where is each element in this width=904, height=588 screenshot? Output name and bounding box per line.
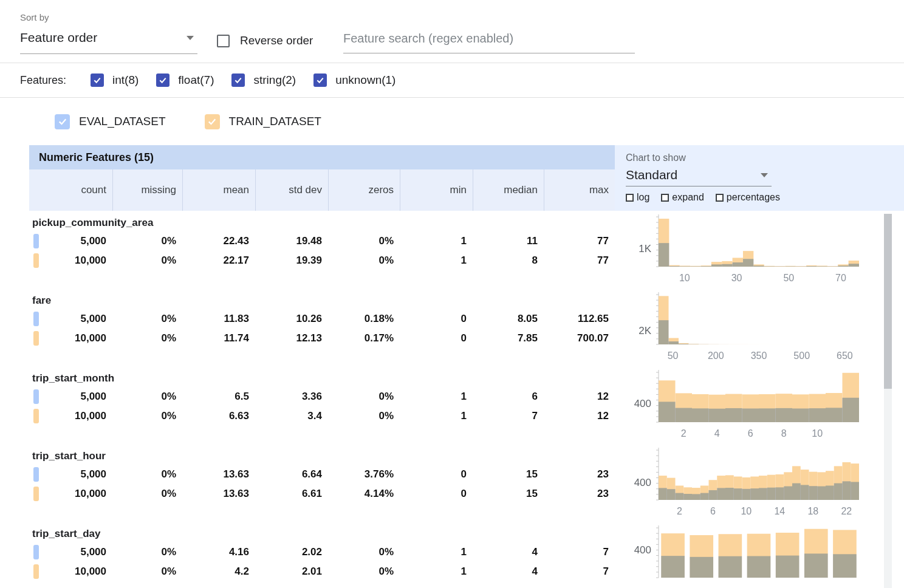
stat-value: 15 <box>473 488 544 500</box>
feature-histogram: 2K50200350500650 <box>620 290 882 361</box>
toolbar: Sort by Feature order Reverse order <box>0 0 904 63</box>
train-stat-row: 10,0000%13.636.614.14%01523 <box>29 484 615 504</box>
checkbox-checked-icon[interactable] <box>205 114 220 129</box>
checkbox-checked-icon[interactable] <box>156 74 170 87</box>
eval-stat-row: 5,0000%4.162.020%147 <box>29 542 615 562</box>
stat-value: 6.63 <box>182 410 255 422</box>
col-header-min: min <box>400 169 473 211</box>
scrollbar-thumb[interactable] <box>884 214 892 389</box>
stat-value: 0% <box>112 410 182 422</box>
feature-stats: pickup_community_area 5,0000%22.4319.480… <box>29 211 615 289</box>
stat-value: 10,000 <box>29 566 112 578</box>
stat-value: 10,000 <box>29 410 112 422</box>
stat-value: 700.07 <box>544 332 615 344</box>
stats-header: Numeric Features (15) count missing mean… <box>29 145 615 211</box>
stat-value: 7 <box>473 410 544 422</box>
stat-value: 0% <box>112 255 182 267</box>
column-headers: count missing mean std dev zeros min med… <box>29 169 615 211</box>
svg-text:2K: 2K <box>639 325 651 337</box>
feature-row: trip_start_hour 5,0000%13.636.643.76%015… <box>29 444 904 522</box>
feature-row: fare 5,0000%11.8310.260.18%08.05112.65 1… <box>29 289 904 366</box>
svg-text:400: 400 <box>634 398 651 409</box>
stat-value: 12 <box>544 410 615 422</box>
checkbox-unchecked-icon[interactable] <box>626 194 634 202</box>
chart-panel-header: Chart to show Standard log expand percen… <box>615 145 904 211</box>
stat-value: 11.83 <box>182 313 255 325</box>
sort-order-select[interactable]: Feature order <box>20 28 197 54</box>
feature-stats: trip_start_day 5,0000%4.162.020%147 10,0… <box>29 522 615 588</box>
chart-type-select[interactable]: Standard <box>626 163 772 186</box>
stat-value: 12.13 <box>255 332 328 344</box>
stat-value: 4 <box>473 566 544 578</box>
stat-value: 0.17% <box>328 332 400 344</box>
stat-value: 0% <box>112 468 182 480</box>
sort-order-value: Feature order <box>20 30 97 45</box>
chart-options: log expand percentages <box>626 192 904 203</box>
stat-value: 4.16 <box>182 546 255 558</box>
stat-value: 1 <box>400 546 473 558</box>
features-label: Features: <box>20 74 66 87</box>
stat-value: 0.18% <box>328 313 400 325</box>
feature-name: pickup_community_area <box>29 214 615 231</box>
stat-value: 10,000 <box>29 332 112 344</box>
reverse-order-checkbox[interactable]: Reverse order <box>217 34 313 47</box>
stat-value: 3.76% <box>328 468 400 480</box>
feature-search <box>343 30 635 53</box>
stat-value: 0% <box>112 235 182 247</box>
checkbox-checked-icon[interactable] <box>55 114 70 129</box>
train-dataset-marker <box>33 409 39 423</box>
expand-checkbox[interactable]: expand <box>661 192 704 203</box>
eval-dataset-toggle[interactable]: EVAL_DATASET <box>55 114 166 129</box>
stat-value: 5,000 <box>29 391 112 403</box>
percentages-checkbox[interactable]: percentages <box>716 192 780 203</box>
stat-value: 22.43 <box>182 235 255 247</box>
stat-value: 7 <box>544 546 615 558</box>
train-stat-row: 10,0000%22.1719.390%1877 <box>29 251 615 270</box>
feature-type-filter-row: Features: int(8) float(7) string(2) unkn… <box>0 63 904 98</box>
checkbox-unchecked-icon[interactable] <box>661 194 669 202</box>
train-dataset-toggle[interactable]: TRAIN_DATASET <box>205 114 321 129</box>
col-header-count: count <box>29 169 112 211</box>
stat-value: 22.17 <box>182 255 255 267</box>
filter-float-checkbox[interactable]: float(7) <box>156 74 214 87</box>
filter-unknown-checkbox[interactable]: unknown(1) <box>313 74 396 87</box>
stat-value: 1 <box>400 566 473 578</box>
feature-row: trip_start_month 5,0000%6.53.360%1612 10… <box>29 366 904 444</box>
checkbox-checked-icon[interactable] <box>313 74 327 87</box>
stat-value: 7.85 <box>473 332 544 344</box>
eval-dataset-marker <box>33 467 39 482</box>
stat-value: 0% <box>328 235 400 247</box>
col-header-median: median <box>473 169 544 211</box>
stat-value: 23 <box>544 488 615 500</box>
filter-string-checkbox[interactable]: string(2) <box>231 74 296 87</box>
train-stat-row: 10,0000%11.7412.130.17%07.85700.07 <box>29 329 615 348</box>
stat-value: 10,000 <box>29 488 112 500</box>
train-dataset-marker <box>33 487 39 501</box>
checkbox-checked-icon[interactable] <box>91 74 104 87</box>
train-stat-row: 10,0000%6.633.40%1712 <box>29 406 615 426</box>
checkbox-checked-icon[interactable] <box>231 74 245 87</box>
svg-text:22: 22 <box>841 506 852 516</box>
svg-text:50: 50 <box>783 273 794 283</box>
table-header: Numeric Features (15) count missing mean… <box>29 145 904 211</box>
feature-search-input[interactable] <box>343 30 635 53</box>
feature-row: pickup_community_area 5,0000%22.4319.480… <box>29 211 904 289</box>
stat-value: 13.63 <box>182 488 255 500</box>
svg-text:50: 50 <box>668 350 679 361</box>
feature-name: trip_start_day <box>29 525 615 542</box>
vertical-scrollbar[interactable] <box>884 214 892 588</box>
stat-value: 11 <box>473 235 544 247</box>
log-checkbox[interactable]: log <box>626 192 649 203</box>
filter-int-checkbox[interactable]: int(8) <box>91 74 139 87</box>
eval-dataset-label: EVAL_DATASET <box>79 115 166 128</box>
checkbox-unchecked-icon[interactable] <box>716 194 724 202</box>
stat-value: 77 <box>544 255 615 267</box>
stat-value: 0% <box>112 566 182 578</box>
svg-text:14: 14 <box>774 506 785 516</box>
stat-value: 0 <box>400 488 473 500</box>
stat-value: 19.48 <box>255 235 328 247</box>
checkbox-unchecked-icon[interactable] <box>217 35 230 47</box>
dataset-legend: EVAL_DATASET TRAIN_DATASET <box>0 98 904 145</box>
eval-stat-row: 5,0000%22.4319.480%11177 <box>29 231 615 251</box>
stat-value: 0% <box>328 255 400 267</box>
